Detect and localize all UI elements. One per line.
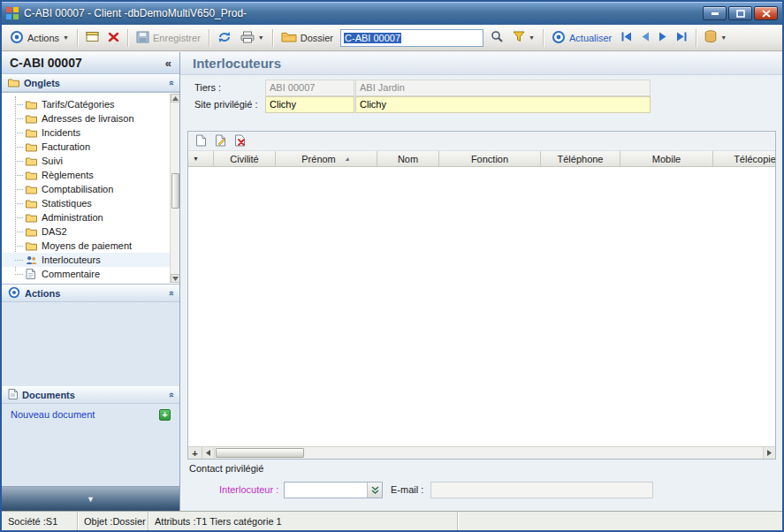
combobox-dropdown-button[interactable] [367,483,382,498]
actions-menu-button[interactable]: Actions ▼ [6,27,72,49]
maximize-button[interactable] [728,6,752,20]
tree-item-incidents[interactable]: Incidents [2,125,179,140]
tree-item-facturation[interactable]: Facturation [2,140,179,154]
search-icon [491,30,504,45]
tree-item-moyens-de-paiement[interactable]: Moyens de paiement [2,239,179,253]
sidebar: C-ABI 00007 « Onglets » Tarifs/Catégorie… [2,52,180,511]
column-header-mobile[interactable]: Mobile [620,151,713,166]
column-header-telephone[interactable]: Téléphone [541,151,620,166]
nav-next-icon [658,32,667,43]
sidebar-spacer [2,302,179,386]
site-name-field[interactable]: Clichy [355,96,651,113]
nav-first-button[interactable] [617,27,636,49]
scroll-up-icon[interactable] [171,94,179,103]
onglets-panel-header[interactable]: Onglets » [2,74,179,92]
grid-horizontal-scrollbar[interactable]: + [188,446,775,459]
actions-icon [10,30,24,46]
delete-record-button[interactable] [232,133,247,149]
nav-next-button[interactable] [655,27,671,49]
column-header-label: Mobile [652,154,681,164]
interlocuteur-combobox[interactable] [284,482,383,498]
scrollbar-thumb[interactable] [171,173,179,209]
window-controls [703,6,778,20]
tree-scrollbar[interactable] [170,94,179,283]
site-code-field[interactable]: Clichy [265,96,354,113]
column-header-label: Civilité [230,154,258,164]
add-record-button[interactable] [193,133,209,149]
new-window-button[interactable] [82,27,103,49]
tiers-code-field: ABI 00007 [265,80,354,96]
edit-record-button[interactable] [212,133,228,149]
column-header-prenom[interactable]: Prénom▲ [276,151,377,166]
tree-item-label: Statistiques [42,198,92,209]
actualiser-icon [552,30,566,46]
nav-last-button[interactable] [673,27,691,49]
save-icon [136,31,149,45]
tree-item-label: Commentaire [42,269,100,279]
search-input-value: C-ABI 00007 [344,33,401,43]
column-header-civilite[interactable]: Civilité [214,151,276,166]
scroll-down-icon[interactable] [171,274,179,283]
main-panel: Interlocuteurs Tiers : ABI 00007 ABI Jar… [180,52,782,511]
email-field[interactable] [430,482,653,498]
dossier-button[interactable]: Dossier [278,27,337,49]
column-header-nom[interactable]: Nom [377,151,439,166]
filter-button[interactable]: ▼ [509,27,538,49]
tree-item-statistiques[interactable]: Statistiques [2,196,179,210]
new-document-link[interactable]: Nouveau document [11,409,95,420]
status-cell-2: Attributs :T1 Tiers catégorie 1 [148,512,458,530]
delete-button[interactable] [104,27,123,49]
tree-item-interlocuteurs[interactable]: Interlocuteurs [2,253,179,267]
printer-icon [240,31,255,45]
grid-header-row: ▼ CivilitéPrénom▲NomFonctionTéléphoneMob… [188,151,775,167]
tree-item-commentaire[interactable]: Commentaire [2,267,179,281]
interlocuteurs-grid: ▼ CivilitéPrénom▲NomFonctionTéléphoneMob… [187,131,776,460]
tree-item-label: Suivi [42,156,63,166]
tree-item-administration[interactable]: Administration [2,210,179,224]
save-button[interactable]: Enregistrer [133,27,204,49]
sidebar-collapse-icon[interactable]: « [165,57,171,70]
note-icon [26,269,37,279]
scroll-left-icon[interactable] [202,447,215,459]
tree-item-reglements[interactable]: Règlements [2,168,179,182]
tree-item-adresses-de-livraison[interactable]: Adresses de livraison [2,111,179,125]
record-selector-column[interactable]: ▼ [188,151,214,166]
nav-previous-button[interactable] [637,27,653,49]
tree-item-suivi[interactable]: Suivi [2,154,179,168]
scroll-right-icon[interactable] [763,447,775,459]
documents-panel-header[interactable]: Documents » [2,386,179,404]
folder-icon [26,128,37,138]
column-header-label: Prénom [301,154,336,164]
sort-indicator-icon: ▲ [344,156,352,162]
search-input[interactable]: C-ABI 00007 [340,29,483,47]
selector-dropdown-icon: ▼ [193,156,199,162]
actions-panel-header[interactable]: Actions » [2,285,179,302]
minimize-button[interactable] [703,6,727,20]
chevron-down-icon: ▼ [87,495,95,504]
separator [543,29,544,47]
scrollbar-thumb[interactable] [216,448,304,458]
actualiser-button[interactable]: Actualiser [548,27,615,49]
app-window: C-ABI 00007 - Client -dbDemoMultiV650_Pr… [0,0,784,532]
sidebar-bottom-bar[interactable]: ▼ [2,486,179,511]
print-button[interactable]: ▼ [237,27,268,49]
close-button[interactable] [754,6,778,20]
column-header-fonction[interactable]: Fonction [439,151,541,166]
tree-item-tarifs-categories[interactable]: Tarifs/Catégories [2,97,179,111]
refresh-icon [217,31,232,45]
collapse-panel-icon: » [165,80,176,86]
column-header-label: Télécopie [734,154,775,164]
email-label: E-mail : [391,482,423,498]
tree-item-das2[interactable]: DAS2 [2,224,179,239]
refresh-button[interactable] [214,27,235,49]
add-document-button[interactable]: + [159,409,171,421]
separator [696,29,696,47]
database-button[interactable]: ▼ [701,27,730,49]
column-header-telecopie[interactable]: Télécopie [713,151,775,166]
status-cell-1: Objet :Dossier [78,512,148,530]
people-icon [26,255,37,265]
grid-add-button[interactable]: + [188,447,202,459]
tree-item-comptabilisation[interactable]: Comptabilisation [2,182,179,196]
search-button[interactable] [487,27,507,49]
tree-item-label: Moyens de paiement [42,240,132,251]
